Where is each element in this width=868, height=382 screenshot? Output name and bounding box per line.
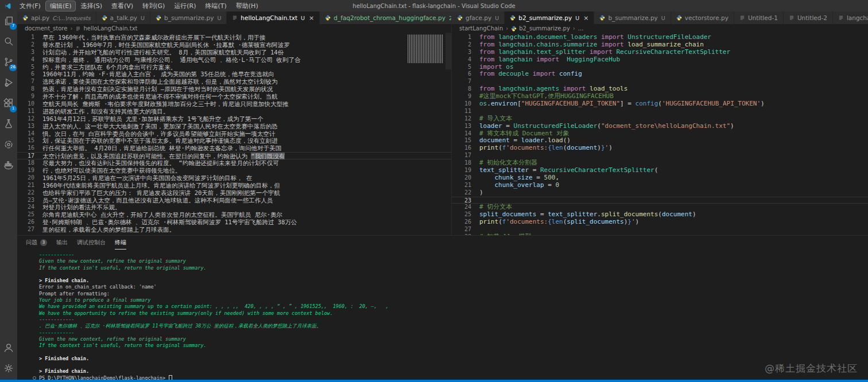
line-text: 选民承诺，要使美国在太空探索和导弹防御上全面超越苏联，但是，虽然对太空计划较为: [42, 78, 278, 85]
git-status-decoration: U: [661, 15, 665, 21]
text-line[interactable]: 8热衷，肯尼迪并没有立刻决定实施登月计划 —原因在于他对当时的美国航天发展的状况: [17, 85, 451, 93]
text-line[interactable]: 23员—艾伦·谢泼德送入太空，而且他还没有进入地球轨道。这种不利局面使一些工作人…: [17, 197, 451, 204]
breadcrumb-item[interactable]: b2_summarize.py: [519, 25, 570, 32]
panel-tab-终端[interactable]: 终端: [115, 236, 126, 250]
terminal-prompt[interactable]: PS D:\PYTHON\langchainDemo\flask-langcha…: [39, 375, 868, 380]
activity-account-icon[interactable]: [0, 338, 17, 359]
editor-right[interactable]: 1from langchain.document_loaders import …: [452, 33, 868, 235]
breadcrumb-right[interactable]: startLangChain›b2_summarize.py›...: [452, 24, 868, 33]
text-line[interactable]: 16行任何重大举措。 4月20日，肯尼迪给副总统 林登·约翰逊发去备忘录，询问他…: [17, 145, 451, 152]
text-line[interactable]: 13进入太空的人。这一壮举大大地刺激了美国，更加深了美国人民对在太空竞赛中落后的…: [17, 123, 451, 130]
tab-vectorstore-py[interactable]: vectorstore.py: [671, 11, 734, 24]
text-line[interactable]: 26登·阿姆斯特朗 、巴兹·奥尔德林 、迈克尔 ·柯林斯驾驶着阿波罗 11号宇宙…: [17, 219, 451, 226]
text-line[interactable]: 11进器的研发工作，却没有支持其他更大的项目。: [17, 108, 451, 115]
line-number: 20: [17, 174, 42, 182]
line-number: 28: [452, 233, 479, 235]
minimap[interactable]: [408, 34, 443, 63]
tab-b2_summarize-py[interactable]: b2_summarize.pyU×: [505, 11, 594, 24]
panel-tab-输出[interactable]: 输出: [56, 236, 68, 250]
text-line[interactable]: 211960年代结束前将美国宇航员送上月球。肯尼迪的演讲给了阿波罗计划更明确的目…: [17, 182, 451, 189]
breadcrumb-item[interactable]: helloLangChain.txt: [83, 25, 137, 32]
activity-docker-icon[interactable]: [0, 156, 17, 177]
text-line[interactable]: 24对登月计划的看法并不乐观。: [17, 204, 451, 211]
code-line[interactable]: 4from langchain import HuggingFaceHub: [452, 56, 868, 64]
menu-item-G[interactable]: 转到(G): [138, 1, 169, 11]
activity-extensions-icon[interactable]: 1: [0, 94, 17, 115]
panel-tab-调试控制台[interactable]: 调试控制台: [77, 236, 106, 250]
text-line[interactable]: 25尔角肯尼迪航天中心 点火升空，开始了人类首次登月的太空征程。美国宇航员 尼尔…: [17, 211, 451, 219]
text-line[interactable]: 7选民承诺，要使美国在太空探索和导弹防御上全面超越苏联，但是，虽然对太空计划较为: [17, 78, 451, 85]
terminal-output[interactable]: ------------Given the new context, refin…: [17, 250, 868, 380]
line-text: from decouple import config: [479, 71, 582, 78]
tab-b_summarize-py[interactable]: b_summarize.pyU: [594, 11, 671, 24]
text-line[interactable]: 121961年4月12日，苏联宇航员 尤里·加加林搭乘东方 1号飞船升空，成为了…: [17, 115, 451, 123]
text-line[interactable]: 14惧。次日，在与 白宫科学委员会的会谈中，许多议员希望能够立刻开始实施一项太空…: [17, 130, 451, 138]
code-line[interactable]: 6from decouple import config: [452, 71, 868, 78]
line-number: 10: [17, 100, 42, 108]
menu-item-S[interactable]: 选择(S): [76, 1, 107, 11]
line-number: 1: [17, 34, 42, 41]
code-line[interactable]: 26print(f'documents:{len(split_documents…: [452, 219, 868, 226]
activity-search-icon[interactable]: [0, 32, 17, 53]
text-line[interactable]: 4投标意向，最终， 通用动力公司 与康维尔公司、 通用电气公司 、格伦·L·马丁…: [17, 56, 451, 64]
text-line[interactable]: 22也给科学家们平添了巨大的压力： 肯尼迪发表这段演讲 20天前，美国刚刚把第一…: [17, 189, 451, 197]
panel-tab-问题[interactable]: 问题3: [26, 236, 47, 250]
openai-icon: [3, 139, 14, 153]
tab-helloLangChain-txt[interactable]: helloLangChain.txtU×: [227, 11, 320, 24]
menu-item-T[interactable]: 终端(T): [201, 1, 231, 11]
activity-source-control-icon[interactable]: 26: [0, 53, 17, 73]
activity-explorer-icon[interactable]: 7: [0, 11, 17, 32]
text-line[interactable]: 9并不十分了解，而且高昂的成本也使肯尼迪不得不审慎对待任何一个太空探索计划。当航: [17, 93, 451, 100]
menu-item-R[interactable]: 运行(R): [169, 1, 200, 11]
code-line[interactable]: 28# 加载 llm 模型: [452, 233, 868, 235]
text-line[interactable]: 17太空计划的意见，以及美国追赶苏联的可能性。在翌日的回复中，约翰逊认为 “我们…: [17, 152, 451, 159]
activity-testing-icon[interactable]: [0, 115, 17, 135]
breadcrumb-item[interactable]: startLangChain: [459, 25, 503, 32]
code-line[interactable]: 22): [452, 189, 868, 197]
tab-label: gface.py: [466, 14, 491, 21]
menu-item-V[interactable]: 查看(V): [107, 1, 138, 11]
menu-item-E[interactable]: 编辑(E): [45, 1, 76, 11]
text-line[interactable]: 15划，保证美国在于苏联的竞赛中不至于落后太多。肯尼迪对此事持谨慎态度，没有立刻…: [17, 137, 451, 145]
command-decoration-icon[interactable]: [33, 376, 36, 380]
line-number: 18: [17, 159, 42, 167]
line-number: 3: [17, 49, 42, 56]
text-line[interactable]: 2替水星计划 。1960年7月，时任美国国家航空航天局副局长休 ·拉幕默 ·德莱…: [17, 41, 451, 49]
python-icon: [22, 15, 28, 21]
text-line[interactable]: 10空航天局局长 詹姆斯 ·韦伯要求年度财政预算增加百分之三十时，肯尼迪只同意加…: [17, 100, 451, 108]
activity-run-debug-icon[interactable]: [0, 73, 17, 94]
text-line[interactable]: 5约，并要求三方团队在 6个月内拿出可行方案来。: [17, 64, 451, 71]
text-line[interactable]: 19行，也绝对可以使美国在太空竞赛中获得领先地位。: [17, 167, 451, 174]
close-icon[interactable]: ×: [583, 14, 588, 22]
scrollbar-slider[interactable]: [445, 33, 451, 69]
code-line[interactable]: 11: [452, 108, 868, 115]
tab-b_summarize-py[interactable]: b_summarize.pyU: [150, 11, 227, 24]
editor-left[interactable]: 1早在 1960年代，当时执掌白宫的艾森豪威尔政府提出开展下一代航天计划，用于接…: [17, 33, 451, 235]
code-line[interactable]: 10os.environ["HUGGINGFACEHUB_API_TOKEN"]…: [452, 100, 868, 108]
close-icon[interactable]: ×: [309, 14, 314, 22]
activity-settings-icon[interactable]: [0, 359, 17, 380]
text-line[interactable]: 201961年5月25日，肯尼迪在一次演讲中向美国国会改变阿波罗计划的目标， 在: [17, 174, 451, 182]
activity-openai-icon[interactable]: [0, 135, 17, 156]
tab-a_talk-py[interactable]: a_talk.pyU: [96, 11, 150, 24]
breadcrumb-item[interactable]: docment_store: [25, 25, 67, 32]
text-line[interactable]: 18尽最大努力，也没有达到让美国保持领先的程度。 ”约翰逊还提到未来登月的计划不…: [17, 159, 451, 167]
text-line[interactable]: 3计划启动，并开始对飞船的可行性进行相关研究。 8月，美国国家航空航天局收到了 …: [17, 49, 451, 56]
text-line[interactable]: 1早在 1960年代，当时执掌白宫的艾森豪威尔政府提出开展下一代航天计划，用于接: [17, 34, 451, 41]
menu-item-F[interactable]: 文件(F): [15, 1, 45, 11]
tab-gface-py[interactable]: gface.pyU: [452, 11, 505, 24]
text-line[interactable]: 27里的征程，承载着全人类的梦想踏上了月球表面。: [17, 226, 451, 233]
code-line[interactable]: 21 chunk_overlap = 0: [452, 182, 868, 189]
tab-Untitled-2[interactable]: Untitled-2: [784, 11, 833, 24]
text-line[interactable]: 61960年11月，约翰 ·F·肯尼迪入主白宫， 成为美国的第 35任总统，他早…: [17, 71, 451, 78]
menu-item-H[interactable]: 帮助(H): [231, 1, 263, 11]
tab-Untitled-1[interactable]: Untitled-1: [734, 11, 784, 24]
code-line[interactable]: 16print(f'documents:{len(document)}'): [452, 145, 868, 152]
breadcrumb-left[interactable]: docment_store›helloLangChain.txt: [17, 24, 451, 33]
code-line[interactable]: 23: [452, 197, 868, 204]
line-text: 空航天局局长 詹姆斯 ·韦伯要求年度财政预算增加百分之三十时，肯尼迪只同意加快大…: [42, 100, 288, 108]
tab-d_faq2robot_chroma_huggingface-py[interactable]: d_faq2robot_chroma_huggingface.py2, U●: [320, 11, 451, 24]
tab-langchaindoc-txt[interactable]: langchaindoc.txtU: [833, 11, 868, 24]
breadcrumb-item[interactable]: ...: [578, 25, 584, 32]
tab-api-py[interactable]: api.pyC:\...\requests: [17, 11, 96, 24]
